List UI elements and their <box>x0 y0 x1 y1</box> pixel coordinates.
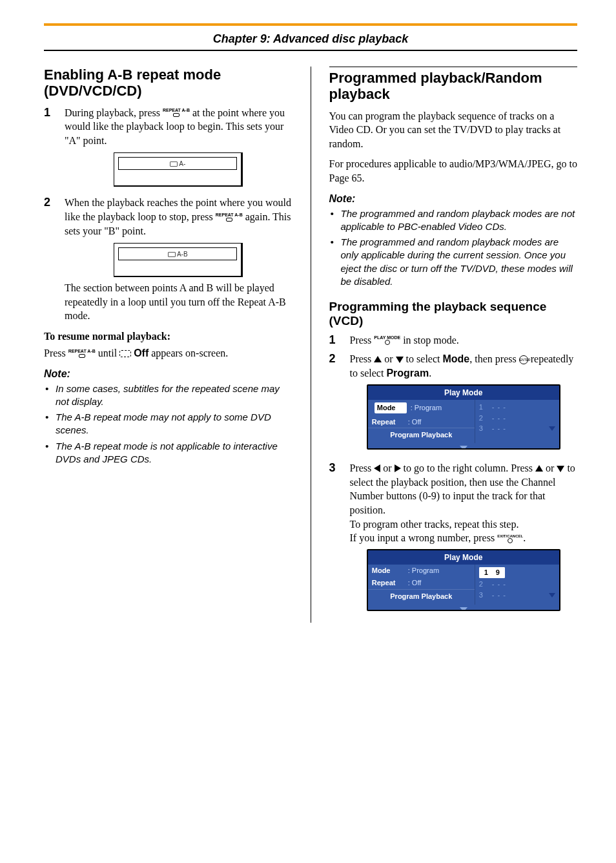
scroll-down-icon <box>549 593 555 598</box>
note-item: The A-B repeat mode is not applicable to… <box>44 440 293 466</box>
play-mode-panel-1: Play Mode Mode: Program Repeat: Off Prog… <box>367 384 560 450</box>
off-label: Off <box>134 348 149 359</box>
panel-mode-value: : Program <box>411 403 442 413</box>
step-after-text: The section between points A and B will … <box>65 281 293 323</box>
right-arrow-icon <box>395 464 401 472</box>
enter-icon: ENTER <box>519 355 528 364</box>
ab-step-2: 2 When the playback reaches the point wh… <box>44 196 293 323</box>
resume-heading: To resume normal playback: <box>44 331 293 342</box>
mode-label: Mode <box>442 353 469 364</box>
up-arrow-icon <box>374 356 382 362</box>
orange-header-bar <box>44 23 577 26</box>
note-heading: Note: <box>329 193 578 205</box>
step-number: 1 <box>44 106 54 191</box>
play-mode-icon: PLAY MODE <box>374 335 400 346</box>
panel-mode-value: : Program <box>408 566 439 576</box>
note-item: In some cases, subtitles for the repeate… <box>44 382 293 409</box>
note-list: In some cases, subtitles for the repeate… <box>44 382 293 466</box>
note-item: The programmed and random playback modes… <box>329 207 578 234</box>
panel-title: Play Mode <box>368 386 559 400</box>
resume-text: Press REPEAT A-B until Off appears on-sc… <box>44 346 293 360</box>
left-arrow-icon <box>374 464 380 472</box>
vcd-step-1: 1 Press PLAY MODE in stop mode. <box>329 333 578 348</box>
panel-title: Play Mode <box>368 550 559 565</box>
panel-mode-label: Mode <box>375 402 407 413</box>
osd-ab-panel: A-B <box>114 243 243 277</box>
note-item: The A-B repeat mode may not apply to som… <box>44 411 293 437</box>
panel-program-playback: Program Playback <box>368 589 475 605</box>
column-divider <box>311 67 311 623</box>
text: During playback, press <box>65 107 163 118</box>
program-label: Program <box>386 368 429 379</box>
programming-vcd-heading: Programming the playback sequence (VCD) <box>329 300 578 328</box>
repeat-ab-icon: REPEAT A-B <box>216 213 243 222</box>
step-number: 3 <box>329 461 340 617</box>
vcd-step-3: 3 Press or to go to the right column. Pr… <box>329 461 578 617</box>
step-body: Press PLAY MODE in stop mode. <box>350 333 578 348</box>
loop-icon <box>119 350 131 357</box>
exit-cancel-icon: EXIT/CANCEL <box>497 534 523 544</box>
panel-mode-label: Mode <box>372 566 404 576</box>
step-after-2: If you input a wrong number, press EXIT/… <box>350 531 578 545</box>
ab-repeat-heading: Enabling A-B repeat mode (DVD/VCD/CD) <box>44 67 293 99</box>
step-body: Press or to select Mode, then press ENTE… <box>350 352 578 456</box>
panel-program-playback: Program Playback <box>368 428 475 443</box>
step-number: 1 <box>329 333 340 348</box>
left-column: Enabling A-B repeat mode (DVD/VCD/CD) 1 … <box>44 67 293 623</box>
down-arrow-icon <box>396 357 404 363</box>
note-list: The programmed and random playback modes… <box>329 207 578 289</box>
step-after-1: To program other tracks, repeat this ste… <box>350 517 578 532</box>
panel-repeat-label: Repeat <box>372 417 404 427</box>
repeat-ab-icon: REPEAT A-B <box>163 108 190 118</box>
panel-repeat-value: : Off <box>408 578 422 588</box>
intro-text-1: You can program the playback sequence of… <box>329 109 578 151</box>
scroll-down-icon <box>460 607 467 611</box>
step-body: During playback, press REPEAT A-B at the… <box>65 106 293 191</box>
intro-text-2: For procedures applicable to audio/MP3/W… <box>329 157 578 185</box>
note-heading: Note: <box>44 368 293 380</box>
chapter-underline <box>44 50 577 51</box>
osd-label: A- <box>179 160 185 167</box>
play-mode-panel-2: Play Mode Mode: Program Repeat: Off Prog… <box>367 549 560 611</box>
ab-step-1: 1 During playback, press REPEAT A-B at t… <box>44 106 293 191</box>
step-body: When the playback reaches the point wher… <box>65 196 293 323</box>
osd-label: A-B <box>177 251 188 258</box>
up-arrow-icon <box>535 465 543 472</box>
scroll-down-icon <box>549 426 555 431</box>
step-body: Press or to go to the right column. Pres… <box>350 461 578 617</box>
programmed-heading: Programmed playback/Random playback <box>329 67 578 103</box>
step-number: 2 <box>329 352 340 456</box>
osd-a-panel: A- <box>114 152 243 187</box>
chapter-title: Chapter 9: Advanced disc playback <box>44 32 577 46</box>
panel-repeat-label: Repeat <box>372 578 404 588</box>
repeat-ab-icon: REPEAT A-B <box>68 349 96 359</box>
step-number: 2 <box>44 196 54 323</box>
note-item: The programmed and random playback modes… <box>329 236 578 288</box>
right-column: Programmed playback/Random playback You … <box>329 67 578 623</box>
panel-repeat-value: : Off <box>408 417 422 427</box>
vcd-step-2: 2 Press or to select Mode, then press EN… <box>329 352 578 456</box>
down-arrow-icon <box>557 466 564 472</box>
scroll-down-icon <box>460 446 467 450</box>
